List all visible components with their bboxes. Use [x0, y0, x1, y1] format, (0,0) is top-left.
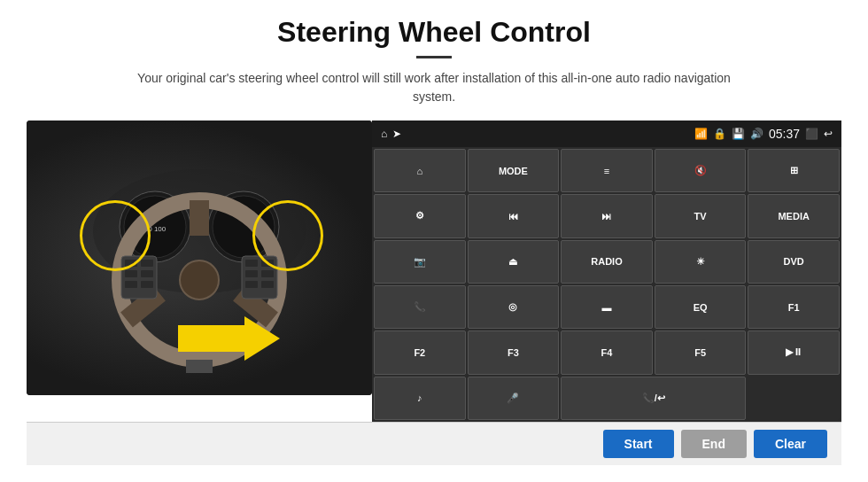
svg-rect-21 [245, 270, 258, 277]
btn-empty [748, 377, 840, 420]
sd-icon: 💾 [732, 128, 745, 140]
btn-call[interactable]: 📞/↩ [561, 377, 746, 420]
end-button[interactable]: End [681, 430, 747, 458]
svg-rect-15 [141, 270, 153, 277]
svg-rect-23 [245, 281, 258, 288]
btn-media[interactable]: MEDIA [748, 194, 840, 237]
btn-home[interactable]: ⌂ [374, 149, 466, 192]
btn-eq[interactable]: EQ [655, 285, 747, 329]
nav-arrow-icon: ➤ [392, 128, 401, 140]
btn-mode[interactable]: MODE [468, 149, 560, 192]
back-icon: ↩ [824, 128, 833, 140]
btn-music[interactable]: ♪ [374, 377, 466, 420]
start-button[interactable]: Start [603, 430, 674, 458]
page-title: Steering Wheel Control [277, 16, 591, 49]
steering-wheel-image: 80 100 [27, 120, 372, 395]
btn-screen[interactable]: ▬ [561, 285, 653, 329]
btn-phone[interactable]: 📞 [374, 285, 466, 329]
status-left: ⌂ ➤ [381, 128, 401, 140]
callout-right [252, 200, 323, 271]
svg-rect-24 [261, 281, 274, 288]
bottom-bar: Start End Clear [27, 422, 841, 465]
btn-nav[interactable]: ◎ [468, 285, 560, 329]
svg-rect-19 [245, 260, 258, 267]
svg-point-10 [180, 260, 219, 299]
home-status-icon: ⌂ [381, 128, 387, 140]
status-bar: ⌂ ➤ 📶 🔒 💾 🔊 05:37 ⬛ ↩ [372, 120, 841, 147]
button-grid: ⌂ MODE ≡ 🔇 ⊞ ⚙ ⏮ ⏭ TV MEDIA 📷 ⏏ RADIO ☀ … [372, 147, 841, 422]
btn-playpause[interactable]: ▶⏸ [748, 330, 840, 374]
time-display: 05:37 [769, 127, 800, 141]
screen-icon: ⬛ [805, 128, 818, 140]
page-subtitle: Your original car's steering wheel contr… [133, 69, 735, 106]
btn-radio[interactable]: RADIO [561, 240, 653, 284]
clear-button[interactable]: Clear [754, 430, 827, 458]
btn-f2[interactable]: F2 [374, 330, 466, 374]
btn-apps[interactable]: ⊞ [748, 149, 840, 192]
yellow-arrow [178, 312, 284, 369]
btn-rewind[interactable]: ⏮ [468, 194, 560, 237]
svg-rect-16 [125, 281, 137, 288]
btn-f1[interactable]: F1 [748, 285, 840, 329]
btn-f5[interactable]: F5 [655, 330, 747, 374]
btn-eject[interactable]: ⏏ [468, 240, 560, 284]
svg-rect-17 [141, 281, 153, 288]
status-right: 📶 🔒 💾 🔊 05:37 ⬛ ↩ [694, 127, 833, 141]
svg-rect-13 [141, 260, 153, 267]
btn-list[interactable]: ≡ [561, 149, 653, 192]
callout-left [80, 200, 151, 271]
content-area: 80 100 [27, 120, 841, 422]
btn-mic[interactable]: 🎤 [468, 377, 560, 420]
btn-360cam[interactable]: 📷 [374, 240, 466, 284]
svg-marker-26 [178, 316, 280, 361]
bt-icon: 🔊 [750, 128, 763, 140]
btn-tv[interactable]: TV [655, 194, 747, 237]
control-panel: ⌂ ➤ 📶 🔒 💾 🔊 05:37 ⬛ ↩ ⌂ MODE ≡ [372, 120, 841, 422]
svg-rect-22 [261, 270, 274, 277]
btn-forward[interactable]: ⏭ [561, 194, 653, 237]
btn-settings[interactable]: ⚙ [374, 194, 466, 237]
title-divider [416, 56, 452, 58]
btn-f4[interactable]: F4 [561, 330, 653, 374]
wifi-icon: 📶 [694, 128, 708, 140]
svg-rect-14 [125, 270, 137, 277]
btn-dvd[interactable]: DVD [748, 240, 840, 284]
btn-mute[interactable]: 🔇 [655, 149, 747, 192]
btn-f3[interactable]: F3 [468, 330, 560, 374]
btn-brightness[interactable]: ☀ [655, 240, 747, 284]
lock-icon: 🔒 [713, 128, 726, 140]
